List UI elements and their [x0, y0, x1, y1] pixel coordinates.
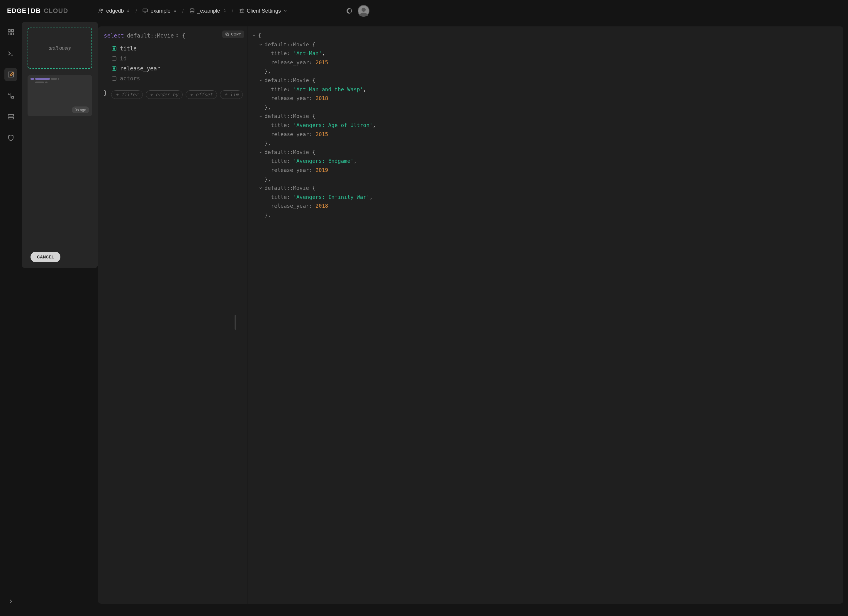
- breadcrumb-separator: /: [135, 8, 137, 14]
- prop-value: 2015: [316, 130, 328, 139]
- field-name: release_year: [120, 65, 160, 71]
- clause-limit[interactable]: + lim: [220, 91, 243, 99]
- obj-open-brace: {: [309, 148, 316, 157]
- prop-value: 'Avengers: Age of Ultron': [293, 121, 373, 130]
- close-brace: }: [104, 89, 107, 96]
- avatar-placeholder-icon: [358, 6, 369, 16]
- header: EDGE DB CLOUD edgedb / example / _exampl…: [0, 0, 377, 22]
- result-object: default::Movie {title: 'Avengers: Age of…: [252, 112, 377, 147]
- svg-point-6: [242, 12, 243, 13]
- cancel-button[interactable]: CANCEL: [31, 252, 61, 262]
- preview-dot: [58, 78, 59, 80]
- logo-text-left: EDGE: [7, 7, 27, 15]
- chevron-down-icon[interactable]: [252, 33, 257, 38]
- obj-close-brace: },: [264, 211, 271, 220]
- preview-bar: [35, 78, 50, 80]
- svg-rect-10: [12, 30, 13, 32]
- prop-value: 'Ant-Man': [293, 49, 322, 58]
- rail-repl[interactable]: [4, 47, 17, 60]
- chevron-updown-icon: [222, 9, 227, 13]
- result-object: default::Movie {title: 'Avengers: Endgam…: [252, 148, 377, 184]
- chevron-down-icon[interactable]: [258, 42, 263, 47]
- chevron-down-icon[interactable]: [258, 186, 263, 191]
- chevron-down-icon[interactable]: [258, 78, 263, 83]
- rail-dashboard[interactable]: [4, 26, 17, 39]
- clause-order-by[interactable]: + order by: [146, 91, 183, 99]
- chevron-updown-icon: [175, 33, 179, 37]
- svg-rect-15: [12, 96, 13, 98]
- clause-offset[interactable]: + offset: [185, 91, 217, 99]
- prop-key: release_year:: [271, 58, 316, 67]
- field-checkbox[interactable]: [112, 66, 116, 71]
- result-prop-year: release_year: 2015: [252, 130, 377, 139]
- clause-pills: + filter + order by + offset + lim: [111, 91, 243, 99]
- chevron-down-icon[interactable]: [258, 114, 263, 119]
- svg-rect-16: [8, 114, 13, 116]
- breadcrumb-separator: /: [232, 8, 233, 14]
- query-header-line: select default::Movie {: [104, 32, 243, 39]
- main: COPY select default::Movie { title id re…: [98, 27, 377, 275]
- breadcrumb-database[interactable]: _example: [189, 8, 227, 14]
- breadcrumb-instance[interactable]: example: [142, 8, 177, 14]
- logo-cloud: CLOUD: [44, 7, 68, 15]
- result-object: default::Movie {title: 'Ant-Man',release…: [252, 40, 377, 76]
- rail-data[interactable]: [4, 110, 17, 123]
- prop-key: release_year:: [271, 166, 316, 175]
- field-row-actors[interactable]: actors: [104, 73, 243, 83]
- result-object: default::Movie {title: 'Avengers: Infini…: [252, 184, 377, 220]
- preview-bar: [35, 82, 44, 83]
- history-panel: draft query 9s ago CANCEL: [22, 22, 98, 268]
- obj-open-brace: {: [309, 112, 316, 121]
- field-name: title: [120, 45, 136, 52]
- svg-point-1: [101, 9, 103, 11]
- prop-value: 2015: [316, 58, 328, 67]
- clause-filter[interactable]: + filter: [111, 91, 142, 99]
- field-checkbox[interactable]: [112, 76, 116, 81]
- logo-divider-icon: [28, 7, 29, 14]
- field-checkbox[interactable]: [112, 56, 116, 61]
- svg-rect-11: [8, 33, 10, 35]
- draft-query-label: draft query: [49, 46, 71, 51]
- field-row-release-year[interactable]: release_year: [104, 63, 243, 73]
- result-type: default::Movie: [264, 184, 309, 193]
- avatar[interactable]: [358, 5, 369, 17]
- rail-schema[interactable]: [4, 89, 17, 102]
- theme-toggle[interactable]: [346, 7, 353, 14]
- type-selector[interactable]: default::Movie: [127, 32, 179, 39]
- result-prop-title: title: 'Ant-Man',: [252, 49, 377, 58]
- field-checkbox[interactable]: [112, 46, 116, 51]
- field-row-title[interactable]: title: [104, 43, 243, 53]
- copy-label: COPY: [231, 32, 241, 36]
- result-object-header: default::Movie {: [252, 184, 377, 193]
- query-panel: COPY select default::Movie { title id re…: [98, 27, 248, 275]
- draft-query-card[interactable]: draft query: [28, 28, 92, 69]
- svg-point-0: [99, 9, 101, 11]
- root-brace: {: [258, 31, 261, 40]
- prop-value: 'Avengers: Endgame': [293, 157, 354, 166]
- field-row-id[interactable]: id: [104, 53, 243, 63]
- prop-key: title:: [271, 193, 293, 202]
- history-time: 9s ago: [72, 107, 89, 113]
- result-type: default::Movie: [264, 40, 309, 49]
- rail-editor[interactable]: [4, 68, 17, 81]
- breadcrumb-instance-label: example: [150, 8, 170, 14]
- prop-value: 2018: [316, 94, 328, 103]
- field-name: actors: [120, 75, 140, 82]
- user-icon: [98, 8, 104, 14]
- history-item[interactable]: 9s ago: [28, 75, 92, 116]
- svg-rect-12: [12, 33, 13, 35]
- sliders-icon: [239, 8, 245, 14]
- breadcrumb-org[interactable]: edgedb: [98, 8, 130, 14]
- desktop-icon: [142, 8, 148, 14]
- breadcrumbs: edgedb / example / _example / Client Set…: [98, 8, 287, 14]
- obj-open-brace: {: [309, 76, 316, 85]
- chevron-down-icon[interactable]: [258, 150, 263, 155]
- obj-close: },: [252, 139, 377, 148]
- result-object-header: default::Movie {: [252, 40, 377, 49]
- preview-dot: [31, 78, 34, 80]
- copy-button[interactable]: COPY: [222, 31, 244, 38]
- breadcrumb-settings[interactable]: Client Settings: [239, 8, 288, 14]
- rail-auth[interactable]: [4, 131, 17, 144]
- type-name-label: default::Movie: [127, 32, 174, 39]
- obj-close: },: [252, 175, 377, 184]
